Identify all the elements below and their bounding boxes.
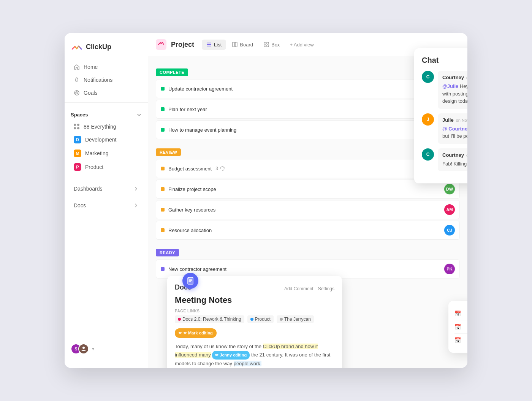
dashboards-label: Dashboards [74, 186, 103, 192]
section-label-complete: COMPLETE [156, 68, 188, 76]
svg-rect-9 [235, 42, 237, 47]
planning-row-1: 📅 PLANNING 💬 [454, 307, 467, 320]
task-left: Plan for next year [161, 107, 207, 112]
calendar-icon-3: 📅 [454, 337, 461, 343]
bell-icon [74, 77, 80, 83]
sidebar-item-notifications-label: Notifications [84, 77, 112, 83]
sidebar-item-dashboards[interactable]: Dashboards [68, 182, 145, 196]
mention-julie: @Julie [442, 83, 458, 89]
sidebar-item-marketing[interactable]: M Marketing [68, 146, 145, 160]
tab-box-label: Box [271, 42, 280, 48]
tab-box[interactable]: Box [259, 40, 284, 50]
chevron-down-icon [136, 112, 142, 118]
task-row[interactable]: Resource allocation CJ [156, 221, 460, 240]
chat-bubble-2: Julie on Nov 5 2020 at 2:50 pm @ Courtne… [438, 113, 467, 144]
mention-courtney: @ Courtney [442, 126, 467, 132]
page-link-2[interactable]: Product [247, 315, 274, 323]
sidebar-item-home-label: Home [84, 64, 98, 70]
refresh-icon [220, 166, 225, 171]
task-left: How to manage event planning [161, 127, 236, 133]
task-dot [161, 228, 165, 232]
svg-rect-13 [267, 45, 269, 47]
mark-editing-button[interactable]: ✏ ✏ Mark editing [175, 328, 217, 338]
chat-text-2: @ Courtney Yep! @Marci jumped in to help… [442, 125, 467, 140]
view-tabs: List Board Box [202, 40, 318, 50]
chat-avatar-julie: J [422, 113, 434, 126]
project-title: Project [171, 41, 194, 49]
user-avatars: S [71, 344, 89, 354]
sidebar-item-goals[interactable]: Goals [68, 86, 145, 99]
svg-rect-7 [207, 46, 211, 46]
chat-time-3: on Nov 5 2020 at 3:15 pm [466, 153, 467, 158]
add-comment-link[interactable]: Add Comment [284, 286, 314, 291]
clickup-logo-icon [71, 41, 83, 53]
chat-username-1: Courtney [442, 75, 464, 80]
svg-rect-12 [264, 45, 266, 47]
product-label: Product [85, 164, 103, 170]
task-row[interactable]: Finalize project scope DW [156, 180, 460, 199]
task-dot [161, 267, 165, 271]
mark-editing-label: ✏ Mark editing [184, 329, 213, 337]
settings-link[interactable]: Settings [318, 286, 334, 291]
chat-bubble-1: Courtney on Nov 5 2020 at 1:50 pm @Julie… [438, 71, 467, 109]
chat-panel: # Chat C Courtney on Nov 5 2020 at 1:50 … [414, 48, 467, 183]
docs-title: Meeting Notes [175, 295, 334, 305]
task-avatar: PK [444, 264, 455, 274]
user-dropdown-arrow[interactable]: ▾ [92, 346, 94, 352]
task-name: Resource allocation [168, 228, 212, 233]
task-name: Budget assessment [168, 166, 212, 172]
sidebar-item-product[interactable]: P Product [68, 160, 145, 174]
task-left: New contractor agreement [161, 266, 226, 272]
docs-panel: Docs Add Comment Settings Meeting Notes … [167, 276, 342, 368]
page-link-dot-2 [250, 318, 253, 321]
task-dot [161, 107, 165, 111]
main-content: Project List Board [148, 33, 467, 368]
task-name: Finalize project scope [168, 186, 216, 192]
spaces-label: Spaces [71, 112, 88, 118]
chat-message-3: C Courtney on Nov 5 2020 at 3:15 pm Fab!… [422, 148, 467, 172]
task-name: Gather key resources [168, 207, 215, 213]
page-link-3[interactable]: The Jerrycan [277, 315, 314, 323]
task-dot [161, 187, 165, 191]
chat-time-1: on Nov 5 2020 at 1:50 pm [466, 75, 467, 80]
development-label: Development [85, 137, 117, 143]
sidebar-item-development[interactable]: D Development [68, 133, 145, 146]
sidebar-item-everything[interactable]: 88 Everything [68, 121, 145, 133]
chat-text-1: @Julie Hey! Just checking if you're stil… [442, 83, 467, 105]
task-row[interactable]: Gather key resources AM [156, 200, 460, 219]
tab-list[interactable]: List [202, 40, 226, 50]
task-left: Resource allocation [161, 228, 212, 233]
task-dot [161, 128, 165, 132]
page-link-label-1: Docs 2.0: Rework & Thinking [182, 317, 241, 322]
chat-text-3: Fab! Killing it @Marci 😊 [442, 160, 467, 168]
development-icon: D [74, 136, 81, 143]
page-link-dot-3 [280, 318, 283, 321]
calendar-icon-2: 📅 [454, 324, 461, 330]
sidebar-item-docs[interactable]: Docs [68, 199, 145, 212]
sidebar-item-goals-label: Goals [84, 90, 98, 96]
svg-rect-10 [264, 42, 266, 44]
planning-row-3: 📅 EXECUTION 💬 [454, 334, 467, 347]
jenny-editing-badge: ✏ Jenny editing [212, 351, 250, 360]
section-label-ready: READY [156, 249, 179, 256]
svg-point-3 [82, 347, 85, 349]
chat-meta-2: Julie on Nov 5 2020 at 2:50 pm [442, 117, 467, 123]
add-view-button[interactable]: + Add view [286, 40, 317, 50]
page-links-label: PAGE LINKS [175, 309, 334, 313]
task-left: Budget assessment 3 [161, 166, 225, 172]
task-left: Finalize project scope [161, 186, 216, 192]
sidebar-item-notifications[interactable]: Notifications [68, 73, 145, 86]
logo-area[interactable]: ClickUp [65, 41, 148, 60]
chat-username-3: Courtney [442, 152, 464, 158]
sidebar-item-home[interactable]: Home [68, 60, 145, 73]
svg-rect-4 [156, 39, 166, 50]
chat-message-1: C Courtney on Nov 5 2020 at 1:50 pm @Jul… [422, 71, 467, 109]
tab-board[interactable]: Board [228, 40, 258, 50]
page-link-dot-1 [178, 318, 181, 321]
page-link-1[interactable]: Docs 2.0: Rework & Thinking [175, 315, 244, 323]
box-icon [264, 42, 269, 47]
task-left: Gather key resources [161, 207, 215, 213]
svg-rect-5 [207, 43, 211, 43]
docs-body-text: Today, many of us know the story of the … [175, 342, 334, 368]
chevron-right-icon [133, 186, 139, 191]
